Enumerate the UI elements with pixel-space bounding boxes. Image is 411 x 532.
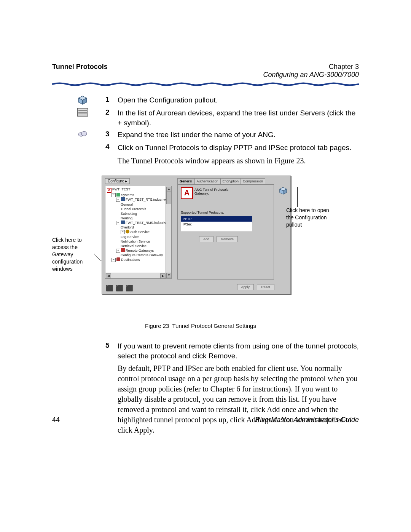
tree-root[interactable]: AFWT_TEST (107, 187, 170, 193)
tree-overlord[interactable]: Overlord (107, 225, 170, 230)
tree-view[interactable]: AFWT_TEST −Systems −FWT_TEST_RTS.indusri… (105, 186, 172, 279)
protocol-list[interactable]: PPTP IPSec (181, 216, 252, 232)
step-note: The Tunnel Protocols window appears as s… (118, 156, 359, 166)
step-3: 3 Expand the tree list under the name of… (52, 130, 359, 141)
toolbar-icon-1[interactable]: ⬛ (106, 285, 116, 291)
app-window: Configure ▸ AFWT_TEST −Systems −FWT_TEST… (102, 176, 291, 294)
configure-button[interactable]: Configure ▸ (105, 178, 130, 184)
cube-icon (77, 95, 88, 107)
figure-caption: Figure 23 Tunnel Protocol General Settin… (105, 323, 296, 329)
step-5-paragraph: By default, PPTP and IPSec are both enab… (52, 363, 359, 435)
logo-a-icon: A (181, 187, 193, 199)
remove-button[interactable]: Remove (217, 236, 238, 242)
tree-host2[interactable]: −FWT_TEST_RMS.indusriver.co (107, 220, 170, 225)
toolbar-icon-2[interactable]: ⬛ (116, 285, 126, 291)
toolbar-icons: ⬛⬛⬛ (106, 284, 135, 292)
protocol-buttons: Add Remove (198, 235, 238, 242)
server-icon (77, 108, 88, 118)
content: 1 Open the Configuration pullout. 2 In t… (52, 95, 359, 438)
callout-right-arrow (297, 187, 298, 207)
step-2: 2 In the list of Aurorean devices, expan… (52, 108, 359, 128)
callout-left: Click here to access the Gateway configu… (52, 236, 96, 272)
tab-compression[interactable]: Compression (241, 178, 265, 184)
step-number: 5 (105, 341, 113, 350)
tab-encryption[interactable]: Encryption (220, 178, 241, 184)
configuration-pullout-icon[interactable] (279, 187, 287, 195)
step-4: 4 Click on Tunnel Protocols to display P… (52, 143, 359, 153)
tree-general[interactable]: General (107, 202, 170, 207)
step-number: 2 (105, 108, 113, 117)
add-button[interactable]: Add (199, 236, 213, 242)
footer-guide: RiverMaster Administrator's Guide (255, 416, 359, 424)
scroll-thumb[interactable] (166, 192, 172, 204)
step-paragraph: By default, PPTP and IPSec are both enab… (118, 363, 359, 435)
step-text: Expand the tree list under the name of y… (118, 130, 359, 140)
step-text: In the list of Aurorean devices, expand … (118, 108, 359, 128)
general-panel: A ANG Tunnel Protocols Gateway: Supporte… (177, 184, 274, 280)
page: Tunnel Protocols Chapter 3 Configuring a… (48, 0, 363, 532)
step-number: 4 (105, 143, 113, 151)
header-subtitle: Configuring an ANG-3000/7000 (263, 71, 359, 79)
tree-auth-service[interactable]: +Auth Service (107, 230, 170, 234)
tree-scrollbar-vertical[interactable]: ▲ ▼ (166, 186, 171, 278)
svg-point-4 (81, 131, 87, 136)
tree-remote-gateways[interactable]: +Remote Gateways (107, 248, 170, 253)
protocol-ipsec[interactable]: IPSec (181, 222, 252, 227)
tree-log-service[interactable]: Log Service (107, 235, 170, 239)
tab-authentication[interactable]: Authentication (194, 178, 221, 184)
tree-destinations[interactable]: −Destinations (107, 257, 170, 262)
tree-notification-service[interactable]: Notification Service (107, 239, 170, 244)
cloud-icon (77, 130, 88, 139)
panel-tabs: GeneralAuthenticationEncryptionCompressi… (177, 178, 265, 184)
step-text: Click on Tunnel Protocols to display PPT… (118, 143, 359, 153)
panel-title: ANG Tunnel Protocols Gateway: (194, 188, 228, 195)
step-text: If you want to prevent remote clients fr… (118, 341, 359, 361)
reset-button[interactable]: Reset (257, 284, 274, 290)
tree-systems[interactable]: −Systems (107, 193, 170, 197)
step-text: Open the Configuration pullout. (118, 95, 359, 105)
bottom-buttons: Apply Reset (236, 283, 274, 290)
tab-general[interactable]: General (177, 178, 195, 184)
figure-caption-text: Tunnel Protocol General Settings (172, 323, 256, 329)
divider-wave (52, 82, 359, 86)
step-1: 1 Open the Configuration pullout. (52, 95, 359, 106)
apply-button[interactable]: Apply (237, 284, 254, 290)
tree-subnetting[interactable]: Subnetting (107, 211, 170, 216)
toolbar-icon-3[interactable]: ⬛ (126, 285, 135, 291)
step-number: 1 (105, 95, 113, 104)
tree-tunnel-protocols[interactable]: Tunnel Protocols (107, 207, 170, 211)
scroll-down-icon[interactable]: ▼ (166, 273, 172, 278)
tree-configure-remote[interactable]: Configure Remote Gateway... (107, 253, 170, 257)
step-number: 3 (105, 130, 113, 138)
figure-23: Click here to access the Gateway configu… (52, 176, 359, 316)
header-left: Tunnel Protocols (52, 63, 108, 71)
scroll-up-icon[interactable]: ▲ (166, 187, 172, 192)
page-number: 44 (52, 416, 60, 424)
supported-label: Supported Tunnel Protocols: (181, 211, 224, 214)
tree-routing[interactable]: Routing (107, 216, 170, 220)
tree-scrollbar-horizontal[interactable]: ◀ ▶ (105, 273, 166, 278)
step-4-note: The Tunnel Protocols window appears as s… (52, 156, 359, 166)
tree-host1[interactable]: −FWT_TEST_RTS.indusriver.co (107, 197, 170, 202)
header-chapter: Chapter 3 (329, 63, 359, 71)
figure-label: Figure 23 (145, 323, 169, 329)
page-header: Tunnel Protocols Chapter 3 Configuring a… (48, 0, 363, 88)
protocol-pptp[interactable]: PPTP (181, 216, 252, 222)
callout-right: Click here to open the Configuration pul… (286, 207, 332, 228)
scroll-left-icon[interactable]: ◀ (106, 273, 111, 279)
tree-retrieval-service[interactable]: Retrieval Service (107, 244, 170, 248)
step-5: 5 If you want to prevent remote clients … (52, 341, 359, 361)
scroll-right-icon[interactable]: ▶ (160, 273, 166, 279)
